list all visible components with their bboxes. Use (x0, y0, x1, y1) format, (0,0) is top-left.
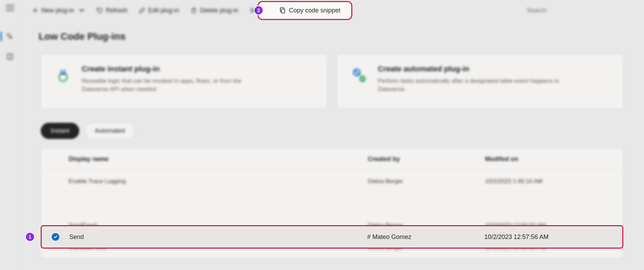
card-create-automated[interactable]: Create automated plug-in Perform tasks a… (337, 54, 623, 109)
left-nav-rail (0, 0, 20, 270)
copy-code-callout: 2 Copy code snippet (258, 1, 352, 20)
instant-plugin-icon (53, 64, 73, 85)
card-instant-title: Create instant plug-in (82, 64, 268, 73)
callout-badge-1: 1 (25, 232, 35, 242)
svg-rect-1 (281, 9, 285, 13)
table-header-row: Display name Created by Modifed on (41, 148, 623, 170)
row-modified-on: 10/2/2023 12:57:56 AM (484, 233, 608, 241)
automated-plugin-icon (349, 64, 370, 85)
new-plugin-label: New plug-in (41, 7, 74, 14)
new-plugin-button[interactable]: New plug-in (30, 5, 87, 16)
selected-row[interactable]: 1 Send # Mateo Gomez 10/2/2023 12:57:56 … (41, 225, 623, 249)
table-row[interactable]: Enable Trace Logging Debra Berger 10/2/2… (41, 170, 623, 192)
row-display-name: Send (69, 233, 367, 241)
page-title: Low Code Plug-ins (39, 31, 623, 42)
card-create-instant[interactable]: Create instant plug-in Reusable logic th… (41, 54, 327, 109)
row-created-by: # Mateo Gomez (367, 233, 484, 241)
callout-badge-2: 2 (254, 6, 263, 15)
rail-item-plugins[interactable] (0, 28, 20, 45)
edit-label: Edit plug-in (148, 7, 179, 14)
delete-icon (190, 7, 197, 14)
search-area (527, 7, 630, 14)
refresh-icon (96, 7, 103, 14)
search-input[interactable] (527, 7, 630, 14)
command-bar: New plug-in Refresh Edit plug-in Delete … (20, 0, 644, 21)
copy-code-snippet-button[interactable]: Copy code snippet (278, 5, 342, 16)
edit-icon (139, 7, 145, 14)
card-automated-title: Create automated plug-in (378, 64, 564, 73)
plus-icon (32, 7, 39, 14)
card-automated-desc: Perform tasks automatically after a desi… (378, 77, 564, 93)
col-created-by[interactable]: Created by (368, 156, 485, 163)
refresh-label: Refresh (106, 7, 128, 14)
card-instant-desc: Reusable logic that can be invoked in ap… (82, 77, 268, 93)
chevron-down-icon (78, 7, 85, 14)
rail-item-reference[interactable] (0, 48, 20, 65)
delete-plugin-button[interactable]: Delete plug-in (189, 5, 240, 16)
tab-automated[interactable]: Automated (85, 123, 135, 139)
col-modified-on[interactable]: Modifed on (485, 156, 609, 163)
tab-instant[interactable]: Instant (41, 123, 79, 139)
col-display-name[interactable]: Display name (69, 156, 368, 163)
hamburger-icon[interactable] (6, 5, 14, 11)
row-checkbox[interactable] (42, 233, 69, 241)
refresh-button[interactable]: Refresh (95, 5, 129, 16)
delete-label: Delete plug-in (200, 7, 238, 14)
edit-plugin-button[interactable]: Edit plug-in (137, 5, 181, 16)
tabs: Instant Automated (41, 123, 623, 139)
copy-label: Copy code snippet (289, 7, 340, 14)
copy-icon (279, 7, 286, 14)
